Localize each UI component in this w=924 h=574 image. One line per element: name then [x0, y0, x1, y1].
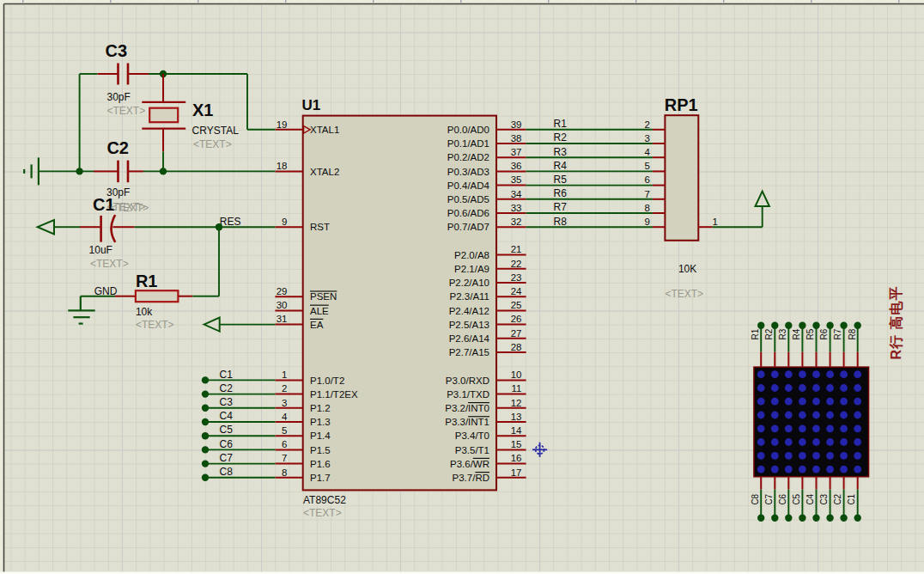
net-label-col[interactable]: C7 — [220, 452, 234, 464]
matrix-col-label[interactable]: C4 — [805, 493, 815, 504]
led-dot — [757, 438, 765, 446]
matrix-row-label[interactable]: R6 — [819, 328, 829, 339]
pin-name-overlined: RD — [475, 473, 489, 483]
matrix-row-label[interactable]: R3 — [778, 328, 787, 339]
pin-number: 2 — [645, 119, 650, 130]
net-end-dot — [757, 322, 764, 329]
pin-name: P2.7/A15 — [449, 347, 489, 357]
pin-number: 10 — [511, 369, 522, 380]
pin-name: P1.4 — [310, 430, 331, 441]
pin-number: 11 — [512, 383, 522, 394]
pin-name-base: P3.7/ — [453, 473, 477, 483]
net-label-row[interactable]: R2 — [554, 131, 568, 144]
pin-number: 7 — [645, 189, 650, 199]
matrix-row-label[interactable]: R8 — [848, 328, 857, 339]
led-dot — [854, 466, 861, 473]
pin-name: P3.1/TXD — [447, 389, 489, 400]
resistor-pack-ref-label[interactable]: RP1 — [665, 95, 698, 114]
net-label-col[interactable]: C1 — [220, 369, 234, 381]
led-dot — [854, 452, 861, 460]
net-label-row[interactable]: R1 — [554, 118, 568, 130]
pin-name: P2.0/A8 — [454, 250, 489, 260]
led-dot — [812, 452, 820, 460]
led-dot — [854, 438, 861, 446]
matrix-row-label[interactable]: R7 — [833, 328, 842, 339]
resistor-body[interactable] — [136, 290, 179, 302]
net-label-row[interactable]: R7 — [554, 201, 568, 213]
resistor-value-label[interactable]: 10k — [136, 306, 153, 318]
net-label-col[interactable]: C2 — [220, 382, 234, 394]
net-label-row[interactable]: R6 — [554, 187, 568, 199]
led-dot — [826, 438, 834, 446]
net-label-col[interactable]: C5 — [220, 424, 234, 436]
matrix-row-label[interactable]: R2 — [764, 328, 774, 339]
pin-number: 36 — [511, 161, 522, 171]
led-dot — [757, 412, 765, 419]
net-label-row[interactable]: R4 — [554, 160, 568, 172]
crystal-ref-label[interactable]: X1 — [192, 101, 213, 119]
crystal-body[interactable] — [149, 108, 178, 123]
net-label-res[interactable]: RES — [220, 216, 241, 228]
matrix-col-label[interactable]: C2 — [833, 493, 842, 504]
resistor-ref-label[interactable]: R1 — [136, 272, 158, 290]
net-label-col[interactable]: C3 — [220, 396, 234, 408]
net-end-dot — [799, 322, 805, 329]
matrix-row-label[interactable]: R4 — [792, 328, 801, 339]
pin-number: 5 — [282, 425, 287, 436]
pin-name: P2.1/A9 — [454, 264, 489, 274]
pin-number: 23 — [511, 272, 522, 283]
led-dot — [785, 412, 793, 419]
net-label-col[interactable]: C4 — [220, 410, 234, 422]
pin-number: 13 — [511, 412, 522, 422]
matrix-col-label[interactable]: C1 — [848, 493, 857, 504]
matrix-col-label[interactable]: C7 — [764, 493, 774, 504]
chip-ref-label[interactable]: U1 — [302, 97, 321, 113]
annotation-text[interactable]: R行 高电平 — [888, 286, 903, 360]
net-end-dot — [757, 515, 764, 522]
matrix-row-label[interactable]: R1 — [751, 328, 760, 339]
crystal-value-label[interactable]: CRYSTAL — [192, 125, 240, 137]
net-end-dot — [812, 322, 819, 329]
chip-u1[interactable]: 19 XTAL1 18 XTAL2 9 RST 29 PSEN 30 ALE 3… — [275, 97, 526, 518]
net-end-dot — [840, 515, 847, 522]
chip-part-label[interactable]: AT89C52 — [303, 494, 346, 506]
led-dot — [799, 452, 806, 460]
pin-number: 17 — [511, 467, 522, 478]
pin-name: P2.2/A10 — [449, 278, 489, 288]
net-label-row[interactable]: R5 — [554, 174, 568, 186]
led-dot — [826, 424, 834, 432]
matrix-col-label[interactable]: C8 — [751, 493, 760, 504]
pin-name: P1.3 — [310, 417, 331, 427]
matrix-col-label[interactable]: C6 — [778, 493, 787, 504]
resistor-pack-body[interactable] — [665, 115, 698, 241]
capacitor-ref-label[interactable]: C3 — [106, 41, 128, 60]
pin-name: P0.1/AD1 — [447, 138, 489, 149]
pin-name: P1.1/T2EX — [310, 389, 358, 400]
resistor-pack-value-label[interactable]: 10K — [678, 263, 696, 275]
matrix-col-label[interactable]: C3 — [819, 493, 829, 504]
net-label-gnd[interactable]: GND — [94, 285, 118, 297]
pin-name: P3.7/RD — [453, 473, 489, 483]
pin-number: 12 — [511, 398, 522, 408]
net-label-row[interactable]: R8 — [554, 216, 568, 228]
pin-name: P0.5/AD5 — [447, 194, 489, 205]
capacitor-value-label[interactable]: 10uF — [89, 244, 112, 256]
led-dot — [799, 438, 806, 446]
net-label-col[interactable]: C6 — [220, 438, 234, 450]
led-dot — [785, 384, 793, 392]
matrix-col-label[interactable]: C5 — [792, 493, 801, 504]
pin-number: 34 — [511, 189, 522, 199]
capacitor-value-label[interactable]: 30pF — [107, 91, 131, 103]
schematic-sheet: 19 XTAL1 18 XTAL2 9 RST 29 PSEN 30 ALE 3… — [0, 0, 924, 574]
net-label-row[interactable]: R3 — [554, 146, 568, 158]
led-matrix-body[interactable] — [754, 367, 869, 477]
led-dot — [771, 370, 779, 378]
resistor-prop-label: <TEXT> — [136, 319, 174, 331]
pin-number: 8 — [282, 467, 287, 478]
matrix-row-label[interactable]: R5 — [805, 328, 815, 339]
net-label-col[interactable]: C8 — [220, 466, 234, 478]
led-dot — [757, 452, 765, 460]
led-dot — [826, 370, 834, 378]
pin-name: P0.0/AD0 — [447, 125, 489, 135]
capacitor-ref-label[interactable]: C2 — [106, 138, 129, 157]
